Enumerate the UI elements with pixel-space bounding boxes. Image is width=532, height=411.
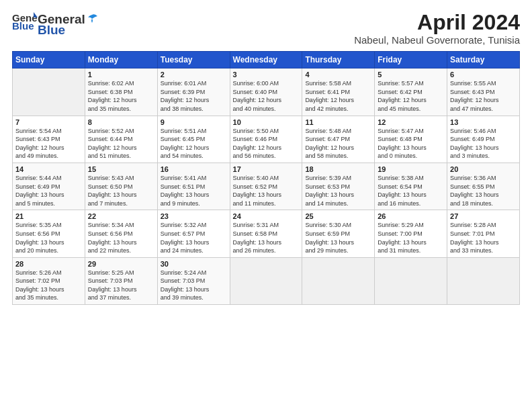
logo: General Blue — [12, 11, 38, 31]
header: General Blue General Blue April 2024 Nab… — [12, 11, 520, 46]
calendar-cell: 26Sunrise: 5:29 AMSunset: 7:00 PMDayligh… — [375, 210, 447, 257]
calendar-cell: 27Sunrise: 5:28 AMSunset: 7:01 PMDayligh… — [447, 210, 520, 257]
day-info: Sunrise: 5:51 AMSunset: 6:45 PMDaylight:… — [161, 127, 227, 161]
day-info: Sunrise: 5:34 AMSunset: 6:56 PMDaylight:… — [88, 221, 154, 255]
day-info: Sunrise: 5:36 AMSunset: 6:55 PMDaylight:… — [450, 174, 517, 208]
col-friday: Friday — [375, 52, 447, 68]
calendar-body: 1Sunrise: 6:02 AMSunset: 6:38 PMDaylight… — [13, 68, 520, 305]
col-sunday: Sunday — [13, 52, 85, 68]
col-wednesday: Wednesday — [230, 52, 302, 68]
logo-text-block: General Blue — [38, 12, 99, 38]
calendar-cell: 15Sunrise: 5:43 AMSunset: 6:50 PMDayligh… — [85, 163, 157, 210]
day-number: 12 — [378, 118, 444, 126]
day-info: Sunrise: 5:29 AMSunset: 7:00 PMDaylight:… — [378, 221, 444, 255]
calendar-cell: 22Sunrise: 5:34 AMSunset: 6:56 PMDayligh… — [85, 210, 157, 257]
day-number: 30 — [161, 260, 227, 268]
day-info: Sunrise: 5:35 AMSunset: 6:56 PMDaylight:… — [15, 221, 82, 255]
day-number: 17 — [233, 165, 300, 173]
day-info: Sunrise: 5:52 AMSunset: 6:44 PMDaylight:… — [88, 127, 154, 161]
day-number: 3 — [233, 71, 300, 79]
calendar-cell: 18Sunrise: 5:39 AMSunset: 6:53 PMDayligh… — [302, 163, 375, 210]
calendar-cell: 21Sunrise: 5:35 AMSunset: 6:56 PMDayligh… — [13, 210, 85, 257]
day-number: 2 — [161, 71, 227, 79]
calendar-week-row: 28Sunrise: 5:26 AMSunset: 7:02 PMDayligh… — [13, 257, 520, 304]
day-info: Sunrise: 5:43 AMSunset: 6:50 PMDaylight:… — [88, 174, 154, 208]
day-number: 26 — [378, 212, 444, 220]
day-number: 8 — [88, 118, 154, 126]
col-thursday: Thursday — [302, 52, 375, 68]
calendar-cell: 30Sunrise: 5:24 AMSunset: 7:03 PMDayligh… — [157, 257, 230, 304]
calendar-cell: 25Sunrise: 5:30 AMSunset: 6:59 PMDayligh… — [302, 210, 375, 257]
day-number: 29 — [88, 260, 154, 268]
calendar-cell: 28Sunrise: 5:26 AMSunset: 7:02 PMDayligh… — [13, 257, 85, 304]
day-number: 6 — [450, 71, 517, 79]
day-number: 18 — [305, 165, 371, 173]
day-number: 22 — [88, 212, 154, 220]
calendar-week-row: 7Sunrise: 5:54 AMSunset: 6:43 PMDaylight… — [13, 116, 520, 163]
day-info: Sunrise: 5:26 AMSunset: 7:02 PMDaylight:… — [15, 269, 82, 302]
svg-text:Blue: Blue — [12, 20, 34, 31]
day-info: Sunrise: 6:00 AMSunset: 6:40 PMDaylight:… — [233, 79, 300, 113]
calendar-cell: 14Sunrise: 5:44 AMSunset: 6:49 PMDayligh… — [13, 163, 85, 210]
day-info: Sunrise: 5:50 AMSunset: 6:46 PMDaylight:… — [233, 127, 300, 161]
day-info: Sunrise: 5:39 AMSunset: 6:53 PMDaylight:… — [305, 174, 371, 208]
day-info: Sunrise: 5:58 AMSunset: 6:41 PMDaylight:… — [305, 79, 371, 113]
day-info: Sunrise: 5:44 AMSunset: 6:49 PMDaylight:… — [15, 174, 82, 208]
day-number: 4 — [305, 71, 371, 79]
logo-blue: Blue — [38, 23, 65, 38]
calendar-cell — [302, 257, 375, 304]
day-number: 27 — [450, 212, 517, 220]
calendar-cell: 2Sunrise: 6:01 AMSunset: 6:39 PMDaylight… — [157, 68, 230, 116]
day-number: 21 — [15, 212, 82, 220]
calendar-cell — [447, 257, 520, 304]
day-number: 9 — [161, 118, 227, 126]
day-info: Sunrise: 5:30 AMSunset: 6:59 PMDaylight:… — [305, 221, 371, 255]
col-monday: Monday — [85, 52, 157, 68]
day-info: Sunrise: 5:40 AMSunset: 6:52 PMDaylight:… — [233, 174, 300, 208]
calendar-cell: 20Sunrise: 5:36 AMSunset: 6:55 PMDayligh… — [447, 163, 520, 210]
day-number: 24 — [233, 212, 300, 220]
calendar-cell — [13, 68, 85, 116]
calendar-table: Sunday Monday Tuesday Wednesday Thursday… — [12, 51, 520, 305]
calendar-cell: 13Sunrise: 5:46 AMSunset: 6:49 PMDayligh… — [447, 116, 520, 163]
calendar-cell: 12Sunrise: 5:47 AMSunset: 6:48 PMDayligh… — [375, 116, 447, 163]
day-number: 15 — [88, 165, 154, 173]
day-number: 28 — [15, 260, 82, 268]
col-tuesday: Tuesday — [157, 52, 230, 68]
day-number: 16 — [161, 165, 227, 173]
day-info: Sunrise: 5:41 AMSunset: 6:51 PMDaylight:… — [161, 174, 227, 208]
day-info: Sunrise: 5:48 AMSunset: 6:47 PMDaylight:… — [305, 127, 371, 161]
page: General Blue General Blue April 2024 Nab… — [0, 0, 532, 411]
day-number: 19 — [378, 165, 444, 173]
calendar-cell: 23Sunrise: 5:32 AMSunset: 6:57 PMDayligh… — [157, 210, 230, 257]
col-saturday: Saturday — [447, 52, 520, 68]
day-number: 23 — [161, 212, 227, 220]
calendar-week-row: 21Sunrise: 5:35 AMSunset: 6:56 PMDayligh… — [13, 210, 520, 257]
calendar-cell: 19Sunrise: 5:38 AMSunset: 6:54 PMDayligh… — [375, 163, 447, 210]
day-info: Sunrise: 6:01 AMSunset: 6:39 PMDaylight:… — [161, 79, 227, 113]
day-number: 14 — [15, 165, 82, 173]
day-info: Sunrise: 6:02 AMSunset: 6:38 PMDaylight:… — [88, 79, 154, 113]
title-block: April 2024 Nabeul, Nabeul Governorate, T… — [354, 11, 520, 46]
calendar-cell — [375, 257, 447, 304]
day-info: Sunrise: 5:47 AMSunset: 6:48 PMDaylight:… — [378, 127, 444, 161]
day-info: Sunrise: 5:46 AMSunset: 6:49 PMDaylight:… — [450, 127, 517, 161]
day-info: Sunrise: 5:38 AMSunset: 6:54 PMDaylight:… — [378, 174, 444, 208]
logo-icon: General Blue — [12, 11, 38, 31]
calendar-cell: 11Sunrise: 5:48 AMSunset: 6:47 PMDayligh… — [302, 116, 375, 163]
calendar-cell: 29Sunrise: 5:25 AMSunset: 7:03 PMDayligh… — [85, 257, 157, 304]
day-number: 11 — [305, 118, 371, 126]
day-number: 1 — [88, 71, 154, 79]
day-info: Sunrise: 5:32 AMSunset: 6:57 PMDaylight:… — [161, 221, 227, 255]
day-info: Sunrise: 5:24 AMSunset: 7:03 PMDaylight:… — [161, 269, 227, 302]
calendar-cell: 16Sunrise: 5:41 AMSunset: 6:51 PMDayligh… — [157, 163, 230, 210]
calendar-cell: 24Sunrise: 5:31 AMSunset: 6:58 PMDayligh… — [230, 210, 302, 257]
calendar-cell: 5Sunrise: 5:57 AMSunset: 6:42 PMDaylight… — [375, 68, 447, 116]
calendar-cell: 17Sunrise: 5:40 AMSunset: 6:52 PMDayligh… — [230, 163, 302, 210]
calendar-week-row: 14Sunrise: 5:44 AMSunset: 6:49 PMDayligh… — [13, 163, 520, 210]
calendar-week-row: 1Sunrise: 6:02 AMSunset: 6:38 PMDaylight… — [13, 68, 520, 116]
day-info: Sunrise: 5:31 AMSunset: 6:58 PMDaylight:… — [233, 221, 300, 255]
calendar-cell: 10Sunrise: 5:50 AMSunset: 6:46 PMDayligh… — [230, 116, 302, 163]
day-number: 25 — [305, 212, 371, 220]
calendar-cell: 3Sunrise: 6:00 AMSunset: 6:40 PMDaylight… — [230, 68, 302, 116]
